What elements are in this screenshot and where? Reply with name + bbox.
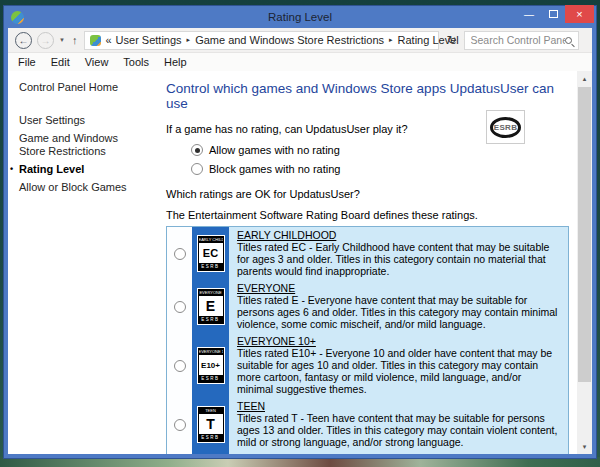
block-no-rating-label: Block games with no rating [209, 163, 340, 175]
rating-row-everyone-10[interactable]: EVERYONE 10+ E10+ ESRB EVERYONE 10+ Titl… [167, 333, 568, 398]
refresh-button[interactable]: ↻ [444, 33, 458, 47]
menu-file[interactable]: File [18, 56, 36, 68]
early-childhood-radio[interactable] [174, 248, 186, 260]
navigation-toolbar: ← → ▼ ↑ « User Settings ▸ Game and Windo… [8, 28, 592, 53]
vertical-scrollbar[interactable]: ▴ ▾ [577, 71, 592, 454]
sidebar: Control Panel Home User Settings Game an… [8, 71, 158, 454]
rating-description: Titles rated EC - Early Childhood have c… [237, 241, 549, 277]
rating-description: Titles rated E10+ - Everyone 10 and olde… [237, 347, 552, 395]
maximize-button[interactable] [541, 5, 565, 23]
menu-bar: File Edit View Tools Help [8, 53, 592, 71]
scroll-down-icon[interactable]: ▾ [577, 439, 592, 454]
page-title: Control which games and Windows Store ap… [166, 81, 571, 111]
esrb-ec-badge-icon: EARLY CHILDHOOD EC ESRB [197, 235, 225, 272]
esrb-t-badge-icon: TEEN T ESRB [197, 406, 225, 443]
active-item-bullet-icon: • [10, 163, 13, 176]
rating-row-mature[interactable]: MATURE 17+ M ESRB MATURE Titles rated M … [167, 451, 568, 454]
esrb-logo: ESRB [486, 110, 525, 144]
sidebar-item-user-settings[interactable]: User Settings [19, 114, 147, 127]
allow-no-rating-option[interactable]: Allow games with no rating [191, 144, 571, 156]
esrb-e-badge-icon: EVERYONE E ESRB [197, 288, 225, 325]
rating-description: Titles rated E - Everyone have content t… [237, 294, 557, 330]
titlebar: Rating Level — × [8, 6, 592, 28]
rating-name: EARLY CHILDHOOD [237, 229, 336, 241]
close-button[interactable]: × [565, 5, 594, 23]
sidebar-item-game-restrictions[interactable]: Game and Windows Store Restrictions [19, 132, 147, 158]
search-input[interactable] [471, 34, 565, 46]
window-controls: — × [517, 5, 594, 23]
breadcrumb-prefix: « [105, 34, 111, 46]
address-bar[interactable]: « User Settings ▸ Game and Windows Store… [84, 31, 439, 50]
sidebar-item-rating-level[interactable]: • Rating Level [19, 163, 147, 176]
breadcrumb-app-icon [90, 35, 101, 46]
everyone-10-radio[interactable] [174, 360, 186, 372]
up-one-level-button[interactable]: ↑ [70, 34, 80, 46]
window-title: Rating Level [8, 11, 592, 23]
everyone-radio[interactable] [174, 301, 186, 313]
sidebar-item-control-panel-home[interactable]: Control Panel Home [19, 81, 147, 94]
allow-no-rating-radio[interactable] [191, 144, 203, 156]
rating-row-early-childhood[interactable]: EARLY CHILDHOOD EC ESRB EARLY CHILDHOOD … [167, 227, 568, 280]
rating-row-everyone[interactable]: EVERYONE E ESRB EVERYONE Titles rated E … [167, 280, 568, 333]
teen-radio[interactable] [174, 419, 186, 431]
rating-name: MATURE [237, 453, 281, 454]
client-area: Control Panel Home User Settings Game an… [8, 71, 592, 454]
breadcrumb-separator-icon: ▸ [388, 36, 394, 44]
breadcrumb-separator-icon: ▸ [186, 36, 192, 44]
menu-tools[interactable]: Tools [123, 56, 149, 68]
menu-help[interactable]: Help [164, 56, 187, 68]
block-no-rating-radio[interactable] [191, 163, 203, 175]
main-content: Control which games and Windows Store ap… [158, 71, 577, 454]
scrollbar-thumb[interactable] [578, 87, 591, 382]
maximize-icon [549, 10, 558, 18]
rating-name: TEEN [237, 400, 265, 412]
ratings-list: EARLY CHILDHOOD EC ESRB EARLY CHILDHOOD … [166, 226, 569, 454]
allow-no-rating-label: Allow games with no rating [209, 144, 340, 156]
search-icon[interactable] [565, 37, 572, 44]
sidebar-item-allow-block-games[interactable]: Allow or Block Games [19, 181, 147, 194]
rating-level-window: Rating Level — × ← → ▼ ↑ « User Settings… [3, 5, 597, 459]
search-box[interactable] [464, 31, 579, 50]
forward-button: → [37, 32, 54, 49]
menu-view[interactable]: View [85, 56, 109, 68]
breadcrumb-game-restrictions[interactable]: Game and Windows Store Restrictions [195, 34, 384, 46]
ratings-question: Which ratings are OK for UpdatusUser? [166, 188, 571, 200]
menu-edit[interactable]: Edit [51, 56, 70, 68]
rating-name: EVERYONE 10+ [237, 335, 316, 347]
sidebar-item-label: Rating Level [19, 163, 84, 175]
breadcrumb-user-settings[interactable]: User Settings [116, 34, 182, 46]
scroll-up-icon[interactable]: ▴ [577, 71, 592, 86]
rating-name: EVERYONE [237, 282, 295, 294]
rating-row-teen[interactable]: TEEN T ESRB TEEN Titles rated T - Teen h… [167, 398, 568, 451]
esrb-logo-text: ESRB [490, 117, 521, 138]
history-dropdown-icon[interactable]: ▼ [59, 37, 65, 43]
back-button[interactable]: ← [15, 32, 32, 49]
block-no-rating-option[interactable]: Block games with no rating [191, 163, 571, 175]
minimize-button[interactable]: — [517, 5, 541, 23]
rating-description: Titles rated T - Teen have content that … [237, 412, 557, 448]
ratings-intro: The Entertainment Software Rating Board … [166, 209, 571, 221]
esrb-e10-badge-icon: EVERYONE 10+ E10+ ESRB [197, 347, 225, 384]
window-body: ← → ▼ ↑ « User Settings ▸ Game and Windo… [8, 28, 592, 454]
